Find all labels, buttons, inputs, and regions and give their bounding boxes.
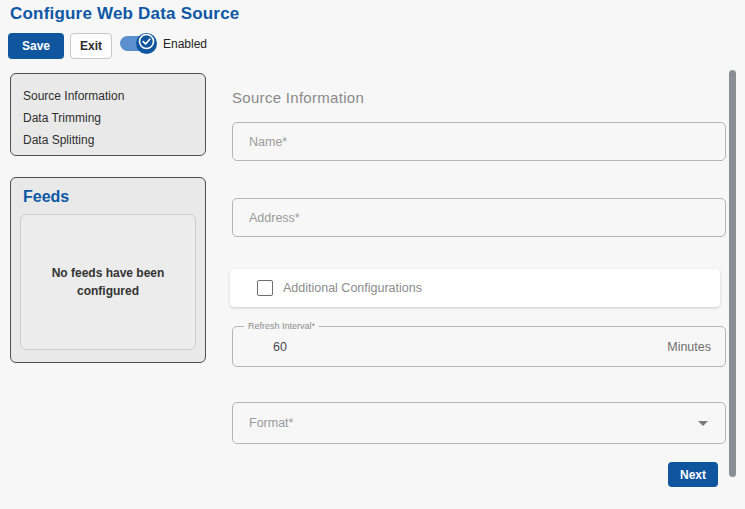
address-input[interactable] (233, 199, 725, 236)
nav-item-source-information[interactable]: Source Information (11, 85, 205, 107)
name-input[interactable] (233, 123, 725, 160)
format-select-placeholder: Format* (249, 416, 698, 430)
config-nav-panel: Source Information Data Trimming Data Sp… (10, 73, 206, 156)
nav-item-data-splitting[interactable]: Data Splitting (11, 129, 205, 151)
vertical-scrollbar-thumb[interactable] (729, 70, 736, 477)
feeds-title: Feeds (23, 188, 196, 206)
save-button[interactable]: Save (8, 33, 64, 59)
section-title: Source Information (232, 89, 364, 106)
configure-web-data-source-window: Configure Web Data Source Save Exit Enab… (0, 0, 745, 509)
additional-configurations-row[interactable]: Additional Configurations (230, 269, 720, 307)
additional-configurations-checkbox[interactable] (257, 280, 273, 296)
feeds-empty-box: No feeds have been configured (20, 214, 196, 350)
next-button[interactable]: Next (668, 462, 718, 487)
enabled-toggle-track[interactable] (120, 36, 154, 51)
additional-configurations-label: Additional Configurations (283, 281, 422, 295)
chevron-down-icon (698, 421, 708, 426)
nav-item-data-trimming[interactable]: Data Trimming (11, 107, 205, 129)
check-icon (138, 33, 155, 54)
refresh-interval-input[interactable] (257, 327, 667, 366)
feeds-panel: Feeds No feeds have been configured (10, 177, 206, 363)
page-title: Configure Web Data Source (10, 4, 240, 24)
enabled-toggle-label: Enabled (163, 37, 207, 51)
feeds-empty-message: No feeds have been configured (33, 264, 183, 300)
refresh-interval-unit: Minutes (667, 340, 711, 354)
enabled-toggle-thumb[interactable] (136, 33, 157, 54)
address-field-outline (232, 198, 726, 237)
enabled-toggle[interactable]: Enabled (120, 36, 207, 51)
exit-button[interactable]: Exit (70, 33, 112, 59)
name-field-outline (232, 122, 726, 161)
refresh-interval-field: Refresh Interval* Minutes (232, 326, 726, 367)
format-select[interactable]: Format* (232, 402, 726, 444)
refresh-interval-label: Refresh Interval* (244, 321, 319, 331)
